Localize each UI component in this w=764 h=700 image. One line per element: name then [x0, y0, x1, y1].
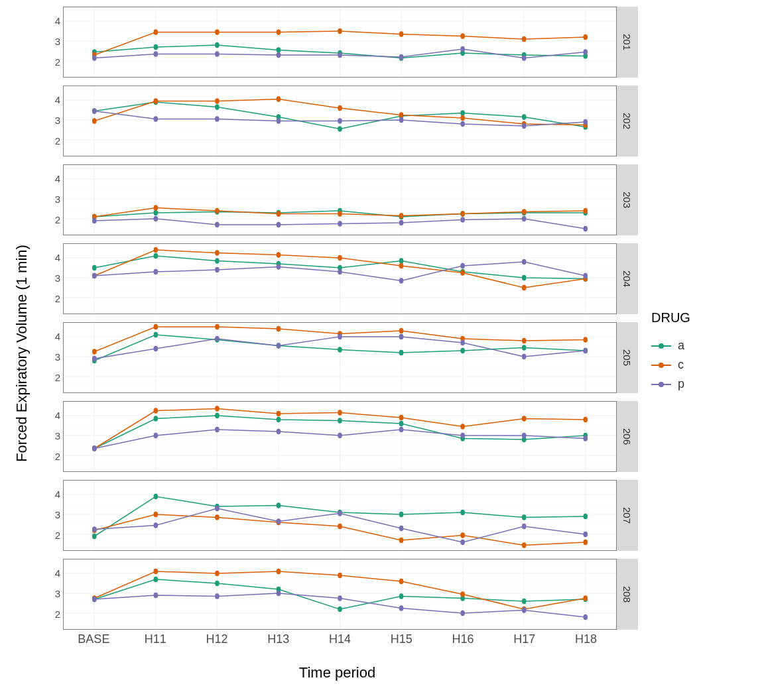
data-point [399, 526, 404, 531]
data-point [522, 607, 527, 612]
y-tick-label: 4 [55, 252, 60, 263]
data-point [338, 221, 342, 226]
data-point [460, 46, 465, 52]
data-point [215, 51, 220, 56]
y-tick-column: 234 [36, 401, 63, 472]
data-point [399, 328, 404, 333]
data-point [522, 216, 527, 221]
data-point [460, 532, 465, 538]
data-point [154, 408, 159, 413]
data-point [154, 205, 159, 210]
data-point [154, 216, 159, 221]
data-point [522, 338, 527, 343]
data-point [460, 263, 465, 268]
data-point [522, 123, 527, 129]
data-point [583, 348, 588, 353]
data-point [277, 518, 281, 524]
facet-panel [63, 7, 617, 78]
y-tick-label: 2 [55, 450, 60, 461]
facet-strip-label: 203 [622, 192, 633, 208]
y-tick-column: 234 [36, 164, 63, 235]
data-point [154, 116, 159, 121]
data-point [583, 226, 588, 231]
y-tick-label: 2 [55, 292, 60, 304]
legend-key-icon [651, 359, 671, 372]
data-point [522, 285, 527, 290]
y-tick-label: 4 [55, 489, 60, 500]
data-point [583, 34, 588, 40]
data-point [277, 502, 281, 508]
facet-strip-label: 205 [622, 349, 633, 366]
data-point [215, 593, 220, 599]
x-tick-label: BASE [78, 632, 109, 646]
data-point [92, 356, 97, 361]
data-point [154, 98, 159, 103]
data-point [154, 577, 159, 582]
data-point [399, 117, 404, 123]
data-point [338, 433, 342, 438]
x-tick-label: H15 [391, 632, 413, 646]
facet-strip-label: 208 [622, 586, 633, 603]
x-axis-title: Time period [36, 650, 638, 700]
data-point [460, 115, 465, 121]
data-point [460, 110, 465, 115]
data-point [399, 512, 404, 517]
data-point [277, 326, 281, 331]
data-point [522, 114, 527, 119]
data-point [215, 324, 220, 329]
data-point [277, 96, 281, 101]
legend: DRUG acp [638, 7, 757, 700]
facet-panel [63, 322, 617, 393]
data-point [460, 211, 465, 216]
data-point [460, 340, 465, 345]
data-point [154, 324, 159, 329]
data-point [399, 538, 404, 543]
data-point [92, 265, 97, 270]
data-point [522, 354, 527, 359]
data-point [460, 424, 465, 429]
y-tick-label: 4 [55, 567, 60, 579]
y-tick-label: 4 [55, 94, 60, 105]
data-point [338, 418, 342, 423]
data-point [399, 350, 404, 355]
data-point [583, 208, 588, 213]
data-point [460, 348, 465, 353]
y-tick-label: 3 [55, 430, 60, 441]
facet-strip-label: 207 [622, 507, 633, 524]
x-tick-label: H18 [575, 632, 597, 646]
data-point [277, 411, 281, 416]
data-point [583, 514, 588, 519]
data-point [215, 250, 220, 255]
data-point [583, 436, 588, 441]
y-axis-title-container: Forced Expiratory Volume (1 min) [7, 7, 36, 700]
data-point [399, 213, 404, 218]
data-point [215, 581, 220, 586]
legend-key-icon [651, 378, 671, 391]
facet-row: 234202 [36, 86, 638, 156]
facet-row: 234207 [36, 480, 638, 551]
data-point [215, 336, 220, 341]
facet-row: 234203 [36, 164, 638, 235]
data-point [92, 445, 97, 451]
data-point [215, 571, 220, 576]
x-tick-label: H16 [452, 632, 474, 646]
data-point [154, 29, 159, 34]
data-point [522, 259, 527, 264]
facet-row: 234206 [36, 401, 638, 472]
data-point [522, 345, 527, 350]
data-point [92, 218, 97, 223]
legend-label: a [678, 339, 684, 353]
data-point [338, 52, 342, 58]
y-tick-label: 4 [55, 173, 60, 184]
facet-strip-label: 202 [622, 113, 633, 129]
data-point [338, 573, 342, 578]
facet-row: 234201 [36, 7, 638, 78]
facet-row: 234204 [36, 243, 638, 314]
y-tick-column: 234 [36, 243, 63, 314]
data-point [583, 273, 588, 278]
data-point [215, 267, 220, 272]
data-point [277, 264, 281, 269]
data-point [215, 29, 220, 34]
data-point [338, 211, 342, 216]
data-point [277, 343, 281, 348]
